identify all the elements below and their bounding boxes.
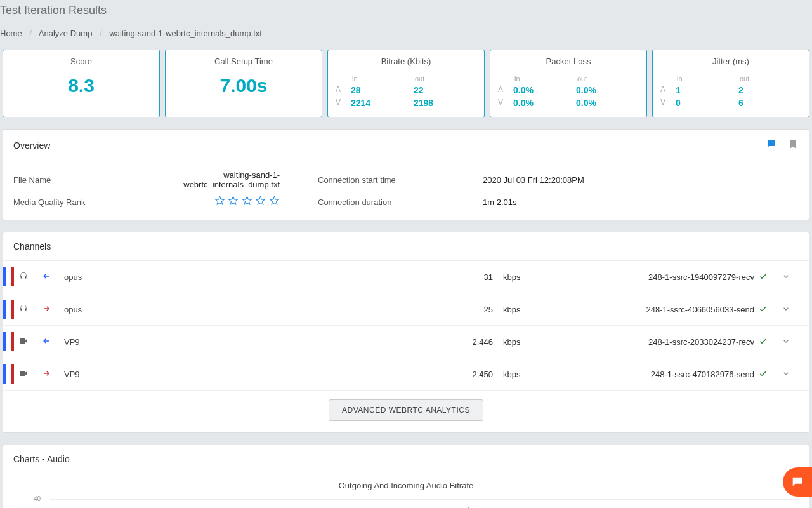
channel-codec: opus	[64, 272, 166, 282]
channel-unit: kbps	[497, 370, 535, 379]
channel-ssrc: 248-1-ssrc-2033024237-recv	[539, 337, 754, 347]
metric-setup-time: Call Setup Time 7.00s	[165, 50, 322, 117]
video-icon	[18, 336, 37, 348]
chevron-down-icon[interactable]	[781, 271, 800, 283]
channel-codec: VP9	[64, 337, 166, 347]
page-title: Test Iteration Results	[0, 0, 812, 22]
arrow-out-icon	[41, 368, 60, 380]
channel-unit: kbps	[497, 272, 535, 282]
setup-time-value: 7.00s	[173, 75, 314, 97]
channel-row[interactable]: VP92,450kbps248-1-ssrc-470182976-send	[3, 358, 809, 391]
channel-row[interactable]: opus25kbps248-1-ssrc-4066056033-send	[3, 293, 809, 326]
video-icon	[18, 368, 37, 380]
channel-rate: 25	[169, 305, 493, 314]
breadcrumb: Home / Analyze Dump / waiting-sand-1-web…	[0, 22, 812, 50]
check-icon	[758, 304, 777, 316]
channel-row[interactable]: opus31kbps248-1-ssrc-1940097279-recv	[3, 261, 809, 293]
metric-bitrate: Bitrate (Kbits) in out A 28 22 V 2214 21…	[327, 50, 485, 117]
audio-bitrate-chart: 40 30	[13, 495, 799, 508]
channel-ssrc: 248-1-ssrc-4066056033-send	[539, 305, 754, 314]
overview-header: Overview	[13, 140, 50, 150]
breadcrumb-analyze[interactable]: Analyze Dump	[39, 29, 93, 38]
overview-panel: Overview File Name waiting-sand-1-webrtc…	[3, 129, 809, 220]
charts-audio-panel: Charts - Audio Outgoing And Incoming Aud…	[3, 444, 809, 508]
chevron-down-icon[interactable]	[781, 368, 800, 380]
breadcrumb-file: waiting-sand-1-webrtc_internals_dump.txt	[109, 29, 262, 38]
chat-fab[interactable]	[783, 467, 812, 497]
arrow-in-icon	[41, 336, 60, 348]
check-icon	[758, 336, 777, 348]
channel-rate: 2,446	[169, 337, 493, 347]
metric-packet-loss: Packet Loss in out A 0.0% 0.0% V 0.0% 0.…	[490, 50, 647, 117]
channel-codec: opus	[64, 305, 166, 314]
comment-icon[interactable]	[766, 138, 777, 152]
check-icon	[758, 368, 777, 380]
channels-header: Channels	[13, 241, 51, 251]
check-icon	[758, 271, 777, 283]
start-time-value: 2020 Jul 03 Fri 12:20:08PM	[457, 175, 799, 185]
chart-title: Outgoing And Incoming Audio Bitrate	[13, 481, 799, 490]
metric-score: Score 8.3	[3, 50, 160, 117]
bookmark-icon[interactable]	[787, 138, 799, 152]
arrow-out-icon	[41, 304, 60, 316]
score-value: 8.3	[11, 75, 152, 97]
arrow-in-icon	[41, 271, 60, 283]
file-name-value: waiting-sand-1-webrtc_internals_dump.txt	[128, 170, 280, 189]
channel-unit: kbps	[497, 337, 535, 347]
charts-audio-header: Charts - Audio	[13, 454, 70, 464]
headphones-icon	[18, 271, 37, 283]
channel-rate: 31	[169, 272, 493, 282]
file-name-label: File Name	[13, 175, 128, 185]
duration-label: Connection duration	[318, 197, 457, 207]
start-time-label: Connection start time	[318, 175, 457, 185]
channel-unit: kbps	[497, 305, 535, 314]
chevron-down-icon[interactable]	[781, 304, 800, 316]
duration-value: 1m 2.01s	[457, 197, 799, 207]
channel-ssrc: 248-1-ssrc-1940097279-recv	[539, 272, 754, 282]
channel-row[interactable]: VP92,446kbps248-1-ssrc-2033024237-recv	[3, 326, 809, 358]
headphones-icon	[18, 304, 37, 316]
breadcrumb-home[interactable]: Home	[0, 29, 22, 38]
channel-codec: VP9	[64, 370, 166, 379]
rank-stars[interactable]	[128, 196, 280, 208]
channels-panel: Channels opus31kbps248-1-ssrc-1940097279…	[3, 232, 809, 433]
chevron-down-icon[interactable]	[781, 336, 800, 348]
channel-ssrc: 248-1-ssrc-470182976-send	[539, 370, 754, 379]
metric-jitter: Jitter (ms) in out A 1 2 V 0 6	[652, 50, 809, 117]
advanced-analytics-button[interactable]: ADVANCED WEBRTC ANALYTICS	[329, 399, 483, 421]
rank-label: Media Quality Rank	[13, 197, 128, 207]
channel-rate: 2,450	[169, 370, 493, 379]
